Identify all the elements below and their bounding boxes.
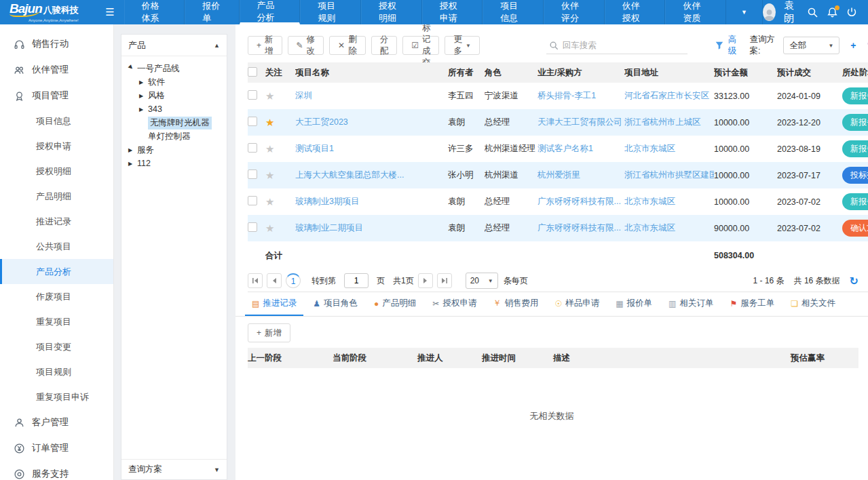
- star-icon[interactable]: ★: [265, 222, 274, 234]
- refresh-icon[interactable]: ↻: [850, 275, 858, 287]
- star-icon[interactable]: ★: [265, 143, 274, 155]
- first-page-icon[interactable]: [248, 273, 263, 288]
- user-avatar[interactable]: [763, 3, 776, 21]
- topnav-item-quotation[interactable]: 报价单: [185, 0, 239, 24]
- tab-auth-apply[interactable]: ✂授权申请: [426, 292, 483, 316]
- project-name-link[interactable]: 玻璃制业二期项目: [295, 223, 363, 233]
- topnav-item-auth-apply[interactable]: 授权申请: [422, 0, 483, 24]
- collapse-panel-icon[interactable]: ▲: [214, 42, 220, 49]
- row-checkbox[interactable]: [248, 143, 257, 153]
- add-scheme-icon[interactable]: +: [850, 40, 856, 51]
- sidebar-item-progress-record[interactable]: 推进记录: [0, 209, 113, 234]
- tab-project-role[interactable]: ♟项目角色: [306, 292, 364, 316]
- filter-funnel-icon[interactable]: [715, 41, 724, 50]
- more-button[interactable]: 更多▼: [445, 36, 479, 55]
- address-link[interactable]: 北京市东城区: [624, 223, 675, 233]
- tree-node-product-line-1[interactable]: ▶一号产品线: [124, 62, 224, 75]
- select-all-checkbox[interactable]: [248, 67, 257, 77]
- hamburger-menu-icon[interactable]: ☰: [96, 0, 124, 24]
- sidebar-item-public-project[interactable]: 公共项目: [0, 234, 113, 259]
- sidebar-item-auth-apply[interactable]: 授权申请: [0, 134, 113, 159]
- project-name-link[interactable]: 玻璃制业3期项目: [295, 197, 359, 206]
- expander-collapsed-icon[interactable]: ▶: [128, 161, 137, 167]
- tab-product-detail[interactable]: ●产品明细: [367, 292, 423, 316]
- star-icon[interactable]: ★: [265, 169, 274, 181]
- expander-expanded-icon[interactable]: ▶: [128, 63, 138, 74]
- last-page-icon[interactable]: [437, 273, 452, 288]
- sidebar-item-product-detail[interactable]: 产品明细: [0, 184, 113, 209]
- expander-collapsed-icon[interactable]: ▶: [139, 79, 148, 85]
- client-link[interactable]: 桥头排骨-李工1: [537, 91, 596, 100]
- address-link[interactable]: 河北省石家庄市长安区: [624, 91, 709, 100]
- row-checkbox[interactable]: [248, 222, 257, 232]
- tab-quotation[interactable]: ▦报价单: [609, 292, 659, 316]
- topnav-item-product-analysis[interactable]: 产品分析: [240, 0, 301, 24]
- sidebar-item-project-change[interactable]: 项目变更: [0, 334, 113, 359]
- tree-node-software[interactable]: ▶软件: [124, 75, 224, 89]
- tree-node-time-machine[interactable]: 无悔牌时光机器: [124, 116, 224, 129]
- prev-page-icon[interactable]: [267, 273, 282, 288]
- client-link[interactable]: 测试客户名称1: [537, 144, 593, 153]
- tab-sample-apply[interactable]: ☉样品申请: [548, 292, 606, 316]
- mark-deal-button[interactable]: ☑标记成交: [402, 36, 439, 55]
- search-icon[interactable]: [807, 7, 818, 18]
- star-icon[interactable]: ★: [265, 117, 274, 128]
- query-scheme-select[interactable]: 全部 ▼: [783, 37, 839, 54]
- topnav-item-partner-auth[interactable]: 伙伴授权: [605, 0, 666, 24]
- sidebar-item-voided-project[interactable]: 作废项目: [0, 284, 113, 309]
- row-checkbox[interactable]: [248, 90, 257, 100]
- topnav-item-project-info[interactable]: 项目信息: [483, 0, 544, 24]
- search-input[interactable]: [563, 41, 685, 50]
- current-page-button[interactable]: 1: [286, 273, 301, 288]
- query-scheme-footer[interactable]: 查询方案 ▼: [121, 459, 227, 479]
- topnav-item-auth-detail[interactable]: 授权明细: [361, 0, 422, 24]
- tree-node-112[interactable]: ▶112: [124, 157, 224, 170]
- tab-progress-record[interactable]: ▤推进记录: [245, 292, 303, 316]
- address-link[interactable]: 浙江省杭州市上城区: [624, 117, 701, 127]
- expander-collapsed-icon[interactable]: ▶: [128, 147, 137, 153]
- assign-button[interactable]: 分配: [371, 36, 398, 55]
- sidebar-item-customer-mgmt[interactable]: 客户管理: [0, 409, 113, 435]
- tree-node-service[interactable]: ▶服务: [124, 143, 224, 157]
- sidebar-item-sales-action[interactable]: 销售行动: [0, 31, 113, 57]
- sidebar-item-partner-mgmt[interactable]: 伙伴管理: [0, 57, 113, 83]
- user-name[interactable]: 袁朗: [784, 0, 799, 25]
- topnav-item-partner-qualification[interactable]: 伙伴资质: [665, 0, 726, 24]
- goto-page-input[interactable]: [344, 273, 369, 288]
- power-logout-icon[interactable]: [846, 7, 857, 18]
- client-link[interactable]: 杭州爱浙里: [537, 170, 580, 180]
- expander-collapsed-icon[interactable]: ▶: [139, 93, 148, 99]
- topnav-item-project-rules[interactable]: 项目规则: [300, 0, 361, 24]
- project-name-link[interactable]: 大王工贸2023: [295, 117, 348, 127]
- tree-node-343[interactable]: ▶343: [124, 102, 224, 116]
- add-button[interactable]: +新增: [248, 36, 282, 55]
- row-checkbox[interactable]: [248, 117, 257, 126]
- tab-sales-expense[interactable]: ￥销售费用: [486, 292, 545, 316]
- client-link[interactable]: 广东呀呀呀科技有限...: [537, 223, 621, 233]
- sidebar-item-project-info[interactable]: 项目信息: [0, 108, 113, 134]
- next-page-icon[interactable]: [418, 273, 433, 288]
- edit-button[interactable]: ✎修改: [288, 36, 324, 55]
- project-name-link[interactable]: 上海大大航空集团总部大楼...: [295, 170, 404, 180]
- delete-button[interactable]: ✕删除: [329, 36, 366, 55]
- sidebar-item-auth-detail[interactable]: 授权明细: [0, 159, 113, 184]
- sidebar-item-service-support[interactable]: 服务支持: [0, 461, 113, 480]
- topnav-more-caret-icon[interactable]: ▼: [726, 0, 763, 24]
- address-link[interactable]: 北京市东城区: [624, 144, 675, 153]
- project-name-link[interactable]: 测试项目1: [295, 144, 334, 153]
- sidebar-item-project-mgmt[interactable]: 项目管理: [0, 83, 113, 108]
- tab-service-work-order[interactable]: ⚑服务工单: [723, 292, 781, 316]
- topnav-item-price-system[interactable]: 价格体系: [124, 0, 185, 24]
- project-name-link[interactable]: 深圳: [295, 91, 312, 100]
- topnav-item-partner-score[interactable]: 伙伴评分: [544, 0, 605, 24]
- tab-related-orders[interactable]: ▥相关订单: [662, 292, 720, 316]
- address-link[interactable]: 北京市东城区: [624, 197, 675, 206]
- sidebar-item-duplicate-project[interactable]: 重复项目: [0, 309, 113, 334]
- advanced-search-link[interactable]: 高级: [728, 34, 740, 57]
- notification-bell-icon[interactable]: [827, 7, 838, 18]
- tree-node-style[interactable]: ▶风格: [124, 89, 224, 102]
- page-size-select[interactable]: 20▼: [466, 273, 498, 289]
- row-checkbox[interactable]: [248, 196, 257, 205]
- row-checkbox[interactable]: [248, 169, 257, 179]
- sidebar-item-project-rules[interactable]: 项目规则: [0, 359, 113, 384]
